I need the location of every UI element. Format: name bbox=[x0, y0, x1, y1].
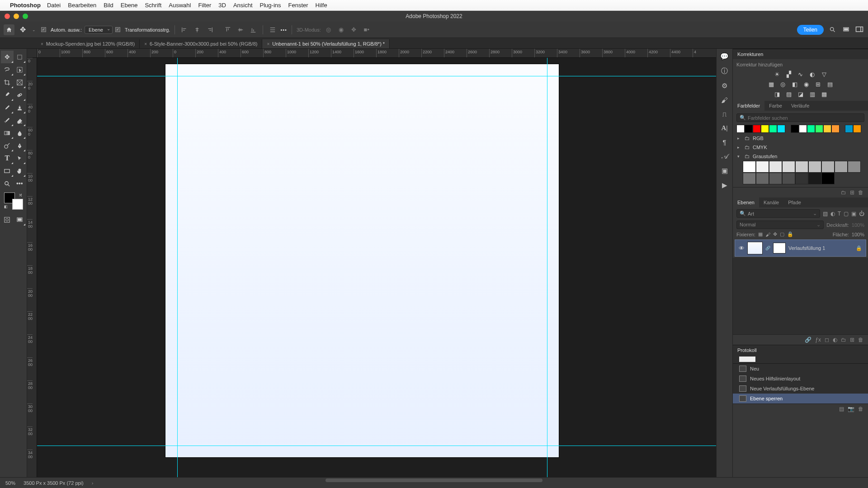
gradients-tab[interactable]: Verläufe bbox=[787, 101, 814, 111]
swatch[interactable] bbox=[769, 161, 782, 173]
new-group-icon[interactable]: 🗀 bbox=[841, 189, 846, 196]
guide-vertical[interactable] bbox=[547, 58, 547, 477]
swatch[interactable] bbox=[831, 125, 840, 133]
swatch[interactable] bbox=[821, 161, 835, 173]
layer-row[interactable]: 👁 🔗 Verlaufsfüllung 1 🔒 bbox=[735, 239, 866, 257]
lock-artboard-icon[interactable]: ▢ bbox=[780, 231, 784, 237]
swatch[interactable] bbox=[743, 161, 756, 173]
swatch[interactable] bbox=[848, 161, 861, 173]
swatch[interactable] bbox=[807, 125, 815, 133]
canvas-area[interactable]: 0100080060040020002004006008001000120014… bbox=[27, 49, 716, 477]
swatch[interactable] bbox=[815, 125, 823, 133]
menu-hilfe[interactable]: Hilfe bbox=[316, 2, 327, 9]
swatch[interactable] bbox=[799, 125, 807, 133]
swatch[interactable] bbox=[777, 125, 785, 133]
history-item-selected[interactable]: Ebene sperren bbox=[733, 394, 868, 404]
fill-value[interactable]: 100% bbox=[852, 232, 864, 237]
vibrance-adjustment-icon[interactable]: ▽ bbox=[820, 70, 829, 78]
default-colors-icon[interactable]: ◧ bbox=[4, 205, 8, 209]
swatch-group-cmyk[interactable]: ▸🗀CMYK bbox=[736, 143, 864, 152]
brushes-panel-icon[interactable]: 🖌 bbox=[721, 96, 728, 104]
frame-tool[interactable] bbox=[14, 76, 26, 89]
swatch[interactable] bbox=[761, 125, 769, 133]
close-tab-icon[interactable]: × bbox=[41, 42, 43, 47]
brightness-adjustment-icon[interactable]: ☀ bbox=[773, 70, 782, 78]
channel-mixer-icon[interactable]: ⊞ bbox=[814, 80, 823, 88]
blend-mode-dropdown[interactable]: Normal bbox=[736, 221, 824, 229]
layer-name[interactable]: Verlaufsfüllung 1 bbox=[788, 245, 853, 251]
invert-adjustment-icon[interactable]: ◨ bbox=[773, 90, 782, 98]
swatch[interactable] bbox=[743, 173, 756, 184]
auto-select-dropdown[interactable]: Ebene bbox=[85, 26, 113, 34]
move-tool[interactable]: ✥ bbox=[1, 51, 14, 63]
visibility-toggle-icon[interactable]: 👁 bbox=[739, 245, 745, 252]
eyedropper-tool[interactable] bbox=[1, 89, 14, 101]
share-button[interactable]: Teilen bbox=[797, 25, 824, 35]
bw-adjustment-icon[interactable]: ◧ bbox=[790, 80, 799, 88]
lock-position-icon[interactable]: ✥ bbox=[773, 231, 777, 237]
levels-adjustment-icon[interactable]: ▞ bbox=[784, 70, 793, 78]
lock-transparency-icon[interactable]: ▦ bbox=[758, 231, 763, 237]
canvas-document[interactable] bbox=[165, 64, 559, 457]
guide-vertical[interactable] bbox=[177, 58, 178, 477]
home-button[interactable] bbox=[4, 24, 14, 35]
filter-shape-icon[interactable]: ▢ bbox=[844, 211, 849, 217]
lock-all-icon[interactable]: 🔒 bbox=[787, 231, 793, 237]
history-panel-header[interactable]: Protokoll bbox=[733, 345, 868, 355]
swatch[interactable] bbox=[753, 125, 761, 133]
exposure-adjustment-icon[interactable]: ◐ bbox=[808, 70, 817, 78]
menu-auswahl[interactable]: Auswahl bbox=[169, 2, 191, 9]
healing-brush-tool[interactable] bbox=[14, 89, 26, 101]
photo-filter-icon[interactable]: ◉ bbox=[802, 80, 811, 88]
layer-filter-dropdown[interactable]: 🔍Art bbox=[736, 209, 820, 218]
selective-color-icon[interactable]: ▩ bbox=[820, 90, 829, 98]
swatch[interactable] bbox=[823, 125, 831, 133]
new-snapshot-icon[interactable]: 📷 bbox=[848, 406, 854, 412]
eraser-tool[interactable] bbox=[14, 114, 26, 127]
history-item[interactable]: Neues Hilfslinienlayout bbox=[733, 374, 868, 384]
swatches-search[interactable]: 🔍 Farbfelder suchen bbox=[736, 113, 864, 122]
align-bottom-button[interactable] bbox=[248, 25, 258, 35]
swatch[interactable] bbox=[853, 125, 861, 133]
workspace-switcher-button[interactable] bbox=[854, 25, 864, 35]
blur-tool[interactable] bbox=[14, 127, 26, 139]
swatch-group-grayscale[interactable]: ▾🗀Graustufen bbox=[736, 152, 864, 161]
menu-filter[interactable]: Filter bbox=[198, 2, 211, 9]
swatch[interactable] bbox=[835, 161, 848, 173]
color-balance-icon[interactable]: ◎ bbox=[778, 80, 788, 88]
color-wells[interactable]: ⤭ ◧ bbox=[4, 192, 23, 210]
properties-panel-icon[interactable]: ⓘ bbox=[721, 67, 728, 75]
history-item[interactable]: Neue Verlaufsfüllungs-Ebene bbox=[733, 384, 868, 394]
swatch[interactable] bbox=[745, 125, 753, 133]
new-swatch-icon[interactable]: ⊞ bbox=[850, 189, 854, 196]
new-group-icon[interactable]: 🗀 bbox=[841, 337, 846, 343]
path-selection-tool[interactable] bbox=[14, 152, 26, 164]
swatch[interactable] bbox=[769, 125, 777, 133]
swatch[interactable] bbox=[782, 173, 795, 184]
screen-mode-button[interactable] bbox=[841, 25, 851, 35]
menu-bild[interactable]: Bild bbox=[104, 2, 113, 9]
clone-stamp-tool[interactable] bbox=[14, 101, 26, 114]
swatch[interactable] bbox=[795, 161, 808, 173]
zoom-tool[interactable] bbox=[1, 177, 14, 190]
auto-select-checkbox[interactable]: ✓ bbox=[41, 27, 46, 32]
swatch[interactable] bbox=[821, 173, 835, 184]
modifications-panel-icon[interactable]: ⎍ bbox=[722, 110, 726, 118]
filter-type-icon[interactable]: T bbox=[838, 211, 841, 217]
layer-mask-thumbnail[interactable] bbox=[773, 243, 786, 253]
new-layer-icon[interactable]: ⊞ bbox=[850, 337, 854, 343]
glyphs-panel-icon[interactable]: 𝒜 bbox=[722, 152, 727, 160]
background-color[interactable] bbox=[12, 199, 23, 210]
align-top-button[interactable] bbox=[223, 25, 233, 35]
posterize-icon[interactable]: ▨ bbox=[784, 90, 793, 98]
actions-panel-icon[interactable]: ▶ bbox=[722, 181, 727, 189]
zoom-level[interactable]: 50% bbox=[5, 480, 15, 486]
align-left-button[interactable] bbox=[179, 25, 189, 35]
crop-tool[interactable] bbox=[1, 76, 14, 89]
curves-adjustment-icon[interactable]: ∿ bbox=[796, 70, 805, 78]
align-hcenter-button[interactable] bbox=[192, 25, 202, 35]
libraries-panel-icon[interactable]: ▣ bbox=[722, 167, 728, 175]
link-layers-icon[interactable]: 🔗 bbox=[805, 337, 811, 343]
quick-mask-button[interactable] bbox=[1, 213, 14, 226]
comments-panel-icon[interactable]: 💬 bbox=[720, 52, 729, 61]
